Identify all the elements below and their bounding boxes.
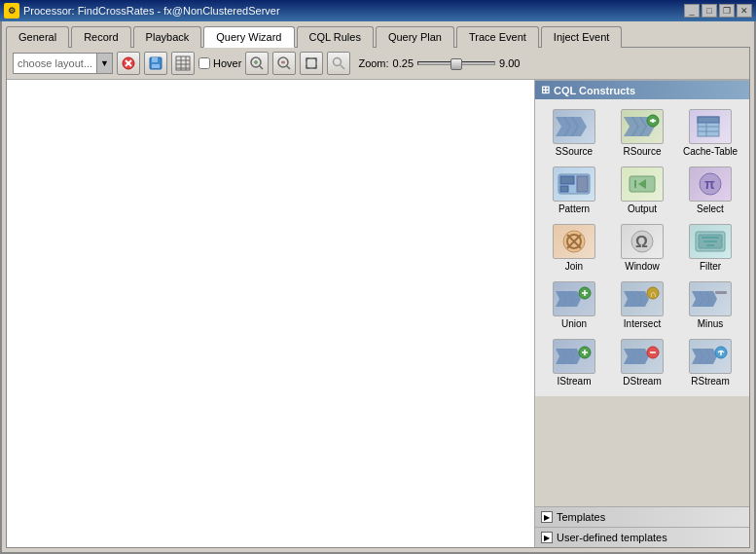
right-panel: ⊞ CQL Constructs [535, 80, 749, 547]
layout-select-arrow[interactable]: ▼ [96, 54, 112, 73]
construct-output[interactable]: Output [609, 163, 675, 218]
join-label: Join [565, 261, 583, 272]
body-area: ⊞ CQL Constructs [7, 80, 749, 547]
cachetable-icon [689, 109, 732, 144]
cql-constructs-header: ⊞ CQL Constructs [535, 80, 749, 99]
user-templates-expand-icon[interactable]: ▶ [541, 532, 553, 543]
toolbar: choose layout... ▼ [7, 48, 749, 80]
tab-bar: General Record Playback Query Wizard CQL… [2, 21, 754, 47]
svg-line-19 [287, 66, 290, 69]
title-bar-controls: _ □ ❐ ✕ [684, 4, 752, 18]
pattern-label: Pattern [558, 203, 590, 214]
construct-join[interactable]: Join [541, 220, 607, 276]
tab-injectevent[interactable]: Inject Event [541, 26, 622, 48]
templates-expand-icon[interactable]: ▶ [541, 511, 553, 523]
tab-queryplan[interactable]: Query Plan [376, 26, 454, 48]
svg-rect-47 [560, 186, 568, 192]
construct-rstream[interactable]: RStream [677, 335, 743, 390]
title-bar-left: ⚙ Processor: FindCrossRates - fx@NonClus… [4, 3, 280, 18]
minimize-button[interactable]: _ [684, 4, 700, 18]
layout-select[interactable]: choose layout... ▼ [13, 53, 113, 74]
user-templates-section: ▶ User-defined templates [535, 527, 749, 547]
svg-rect-78 [715, 291, 727, 294]
zoom-slider-container[interactable] [417, 61, 495, 65]
minus-icon [689, 281, 732, 316]
cql-header-icon: ⊞ [541, 84, 550, 96]
filter-icon [689, 224, 732, 259]
templates-header[interactable]: ▶ Templates [535, 507, 749, 527]
main-window: General Record Playback Query Wizard CQL… [0, 21, 756, 554]
svg-rect-4 [152, 57, 158, 62]
svg-rect-46 [560, 176, 574, 184]
zoom-in-icon [250, 56, 264, 70]
user-templates-header[interactable]: ▶ User-defined templates [535, 528, 749, 547]
tab-traceevent[interactable]: Trace Event [456, 26, 539, 48]
union-label: Union [561, 318, 587, 329]
construct-window[interactable]: Ω Window [609, 220, 675, 276]
canvas-area[interactable] [7, 80, 535, 547]
grid-button[interactable] [171, 52, 195, 75]
save-button[interactable] [144, 52, 167, 75]
zoom-out-button[interactable] [272, 52, 296, 75]
zoom-handle[interactable] [450, 58, 462, 70]
hover-checkbox-input[interactable] [198, 57, 210, 69]
construct-minus[interactable]: Minus [677, 277, 743, 333]
output-icon [621, 166, 664, 202]
constructs-grid: SSource [535, 99, 749, 396]
cql-constructs-title: CQL Constructs [554, 85, 635, 96]
pattern-icon [553, 166, 595, 202]
cachetable-label: Cache-Table [683, 146, 738, 157]
construct-rsource[interactable]: RSource [609, 105, 675, 161]
svg-point-16 [254, 60, 258, 64]
zoom-out-icon [277, 56, 291, 70]
svg-point-30 [334, 58, 342, 66]
maximize-button[interactable]: □ [702, 4, 717, 18]
construct-dstream[interactable]: DStream [609, 335, 675, 390]
grid-icon [175, 55, 191, 71]
tab-querywizard[interactable]: Query Wizard [203, 26, 294, 48]
zoom-in-button[interactable] [245, 52, 269, 75]
title-bar: ⚙ Processor: FindCrossRates - fx@NonClus… [0, 0, 756, 21]
construct-cachetable[interactable]: Cache-Table [677, 105, 743, 161]
close-button[interactable]: ✕ [737, 4, 752, 18]
svg-line-15 [260, 66, 263, 69]
svg-text:π: π [704, 176, 715, 192]
search-icon [332, 56, 345, 70]
hover-label: Hover [213, 57, 241, 69]
output-label: Output [628, 203, 657, 214]
minus-label: Minus [698, 318, 724, 329]
join-icon [553, 224, 595, 259]
fit-button[interactable] [300, 52, 323, 75]
construct-select[interactable]: π Select [677, 163, 743, 218]
tab-record[interactable]: Record [71, 26, 130, 48]
tab-general[interactable]: General [6, 26, 69, 48]
intersect-label: Intersect [624, 318, 661, 329]
svg-point-20 [281, 60, 285, 64]
tab-cqlrules[interactable]: CQL Rules [297, 26, 374, 48]
zoom-area: Zoom: 0.25 9.00 [358, 57, 520, 69]
construct-pattern[interactable]: Pattern [541, 163, 607, 218]
svg-point-39 [652, 120, 655, 123]
ssource-icon [553, 109, 595, 144]
construct-ssource[interactable]: SSource [541, 105, 607, 161]
construct-union[interactable]: Union [541, 277, 607, 333]
istream-label: IStream [557, 376, 591, 387]
construct-istream[interactable]: IStream [541, 335, 607, 390]
search-button[interactable] [327, 52, 350, 75]
content-area: choose layout... ▼ [6, 47, 750, 548]
ssource-label: SSource [556, 146, 593, 157]
rstream-icon [689, 339, 732, 374]
tab-playback[interactable]: Playback [133, 26, 202, 48]
restore-button[interactable]: ❐ [719, 4, 735, 18]
dstream-icon [621, 339, 664, 374]
construct-intersect[interactable]: ∩ Intersect [609, 277, 675, 333]
hover-checkbox[interactable]: Hover [198, 57, 241, 69]
construct-filter[interactable]: Filter [677, 220, 743, 276]
clear-icon [122, 56, 135, 70]
zoom-slider[interactable] [417, 61, 495, 65]
clear-button[interactable] [117, 52, 140, 75]
svg-text:∩: ∩ [650, 289, 657, 299]
save-icon [149, 56, 162, 70]
window-icon: Ω [621, 224, 664, 259]
svg-line-31 [341, 65, 344, 69]
